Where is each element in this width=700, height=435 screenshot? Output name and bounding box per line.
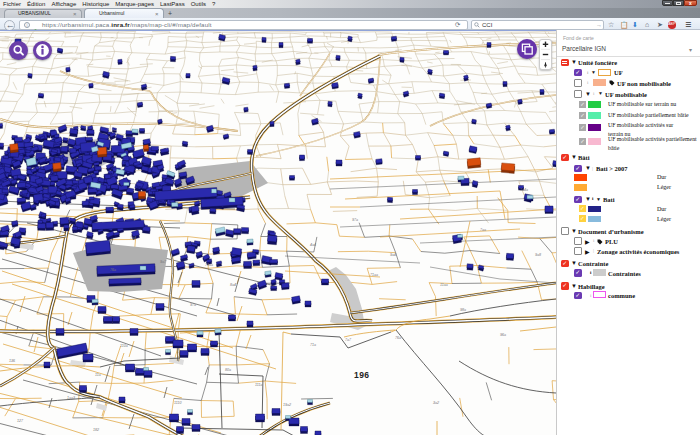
svg-text:96a: 96a [500, 333, 506, 337]
svg-text:19a2: 19a2 [283, 403, 291, 407]
svg-text:182: 182 [93, 428, 99, 432]
svg-text:9a7: 9a7 [160, 260, 167, 264]
svg-text:1aa3: 1aa3 [67, 396, 75, 400]
svg-text:136: 136 [9, 359, 15, 363]
svg-text:111a: 111a [255, 383, 262, 387]
svg-text:80a: 80a [225, 368, 231, 372]
svg-text:8a4: 8a4 [230, 283, 236, 287]
svg-text:196: 196 [354, 370, 369, 380]
svg-text:110a: 110a [120, 344, 128, 348]
svg-text:9a4: 9a4 [390, 253, 396, 257]
svg-text:127: 127 [17, 419, 24, 423]
svg-text:98a: 98a [460, 308, 466, 312]
svg-text:7a7: 7a7 [345, 338, 352, 342]
svg-text:71a: 71a [310, 343, 316, 347]
svg-text:4a4: 4a4 [310, 243, 316, 247]
svg-text:97a: 97a [190, 303, 196, 307]
svg-text:7a4: 7a4 [130, 236, 136, 240]
svg-text:9a8: 9a8 [535, 253, 541, 257]
svg-text:7aa: 7aa [480, 228, 486, 232]
svg-text:97a: 97a [352, 218, 358, 222]
svg-text:11aa: 11aa [440, 283, 448, 287]
svg-text:1a4a: 1a4a [520, 188, 528, 192]
svg-text:76a: 76a [395, 336, 401, 340]
svg-text:11a: 11a [95, 373, 101, 377]
svg-text:1110: 1110 [174, 401, 181, 405]
svg-text:71aa: 71aa [205, 263, 213, 267]
svg-text:76a: 76a [110, 268, 116, 272]
svg-text:71aa: 71aa [370, 273, 378, 277]
svg-text:3a2: 3a2 [433, 401, 439, 405]
